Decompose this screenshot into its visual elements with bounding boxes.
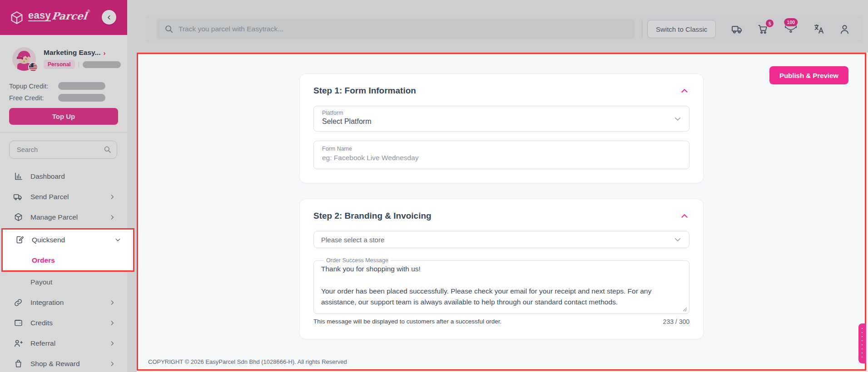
sidebar-item-orders[interactable]: Orders	[3, 250, 133, 270]
step1-card: Step 1: Form Information Platform Select…	[299, 73, 704, 183]
search-icon	[103, 145, 112, 154]
free-credit-value-redacted	[58, 94, 105, 102]
platform-value: Select Platform	[322, 117, 667, 126]
resize-handle-icon[interactable]	[683, 307, 687, 312]
sidebar-search	[9, 141, 118, 159]
chevron-right-icon	[109, 340, 115, 347]
wallet-icon	[13, 318, 24, 328]
sidebar-header: easy Parcel ®	[0, 0, 127, 35]
sidebar-item-dashboard[interactable]: Dashboard	[0, 166, 127, 186]
form-builder: Step 1: Form Information Platform Select…	[299, 73, 704, 339]
shipments-truck-icon[interactable]	[731, 23, 744, 35]
chevron-up-icon[interactable]	[680, 211, 689, 221]
malaysia-flag-icon	[28, 62, 38, 72]
top-up-button[interactable]: Top Up	[9, 108, 118, 125]
cart-icon[interactable]: 5	[757, 23, 769, 35]
platform-label: Platform	[322, 110, 667, 116]
sidebar-item-credits[interactable]: Credits	[0, 313, 127, 333]
avatar[interactable]	[12, 47, 36, 71]
free-credit-label: Free Credit:	[9, 94, 58, 102]
easyparcel-app: easy Parcel ®	[0, 0, 868, 372]
chevron-right-icon: ›	[103, 49, 105, 57]
topbar-toolbar: Switch to Classic 5 100	[145, 15, 863, 43]
topup-credit-label: Topup Credit:	[9, 83, 58, 90]
credit-100-badge: 100	[784, 18, 798, 26]
chevron-right-icon	[109, 320, 115, 326]
sidebar-nav: Dashboard Send Parcel Manage Parcel	[0, 166, 127, 372]
quicksend-annotation-box: Quicksend Orders	[1, 228, 134, 272]
divider	[79, 61, 79, 68]
cube-logo-icon	[9, 10, 25, 25]
quicksend-doc-pencil-icon	[14, 235, 25, 245]
language-translate-icon[interactable]	[813, 23, 825, 35]
chevron-right-icon	[109, 214, 115, 220]
user-name[interactable]: Marketing Easy...	[44, 49, 100, 57]
account-person-icon[interactable]	[838, 23, 851, 35]
truck-icon	[13, 192, 24, 202]
sidebar-item-send-parcel[interactable]: Send Parcel	[0, 186, 127, 207]
switch-to-classic-button[interactable]: Switch to Classic	[647, 20, 716, 38]
chevron-down-icon	[674, 115, 682, 123]
side-chat-tab[interactable]	[858, 323, 866, 363]
user-profile: Marketing Easy... › Personal	[0, 35, 127, 71]
topup-credit-value-redacted	[58, 82, 105, 90]
sidebar-item-payout[interactable]: Payout	[0, 272, 127, 292]
divider	[642, 21, 642, 37]
chevron-down-icon	[114, 236, 121, 243]
sidebar: easy Parcel ®	[0, 0, 127, 372]
platform-select[interactable]: Platform Select Platform	[313, 106, 689, 132]
form-name-field: Form Name	[313, 141, 689, 169]
sidebar-item-shop-reward[interactable]: Shop & Reward	[0, 353, 127, 372]
sidebar-item-manage-parcel[interactable]: Manage Parcel	[0, 207, 127, 227]
bar-chart-icon	[13, 171, 24, 181]
chevron-up-icon[interactable]	[680, 86, 689, 96]
chevron-right-icon	[109, 194, 115, 200]
sidebar-search-input[interactable]	[9, 141, 117, 159]
copyright-footer: COPYRIGHT © 2026 EasyParcel Sdn Bhd (102…	[148, 358, 347, 365]
sidebar-item-quicksend[interactable]: Quicksend	[3, 230, 133, 250]
account-type-badge: Personal	[44, 60, 75, 69]
sidebar-collapse-button[interactable]	[102, 10, 116, 24]
divider	[0, 132, 127, 132]
shopping-bag-icon	[13, 359, 24, 368]
step2-title: Step 2: Branding & Invoicing	[313, 211, 432, 221]
order-success-message-label: Order Success Message	[324, 257, 391, 264]
store-select-placeholder: Please select a store	[321, 236, 384, 244]
chevron-right-icon	[109, 361, 115, 367]
main-annotation-box: Publish & Preview Step 1: Form Informati…	[137, 53, 866, 371]
credit-summary: Topup Credit: Free Credit:	[0, 71, 127, 102]
chevron-down-icon	[674, 235, 682, 244]
publish-preview-button[interactable]: Publish & Preview	[769, 66, 848, 84]
step2-card: Step 2: Branding & Invoicing Please sele…	[299, 199, 704, 339]
form-name-input[interactable]	[322, 154, 681, 162]
message-helper-text: This message will be displayed to custom…	[313, 318, 501, 325]
step1-title: Step 1: Form Information	[313, 86, 416, 96]
track-search	[157, 19, 635, 39]
track-parcel-input[interactable]	[179, 25, 635, 33]
logo-text-easy: easy	[28, 10, 51, 21]
cart-count-badge: 5	[766, 20, 774, 27]
user-plus-icon	[13, 338, 24, 348]
form-name-label: Form Name	[322, 146, 681, 152]
chevron-right-icon	[109, 299, 115, 306]
topbar-icons: 5 100	[731, 23, 851, 35]
easyparcel-logo: easy Parcel ®	[9, 10, 90, 25]
link-icon	[13, 298, 24, 308]
logo-text-parcel: Parcel	[51, 10, 88, 22]
store-select[interactable]: Please select a store	[313, 231, 689, 248]
profile-info: Marketing Easy... › Personal	[44, 47, 121, 71]
order-success-message-textarea[interactable]: Thank you for shopping with us! Your ord…	[321, 264, 682, 310]
chevron-left-icon	[106, 14, 113, 21]
sidebar-item-referral[interactable]: Referral	[0, 333, 127, 353]
free-credit-promo-icon[interactable]: 100	[783, 23, 799, 35]
account-id-redacted	[83, 61, 121, 68]
character-counter: 233 / 300	[663, 318, 689, 325]
order-success-message-field: Order Success Message Thank you for shop…	[313, 257, 689, 314]
cube-icon	[13, 212, 24, 222]
search-icon	[164, 24, 174, 34]
sidebar-item-integration[interactable]: Integration	[0, 292, 127, 313]
topbar: Switch to Classic 5 100	[127, 0, 868, 53]
